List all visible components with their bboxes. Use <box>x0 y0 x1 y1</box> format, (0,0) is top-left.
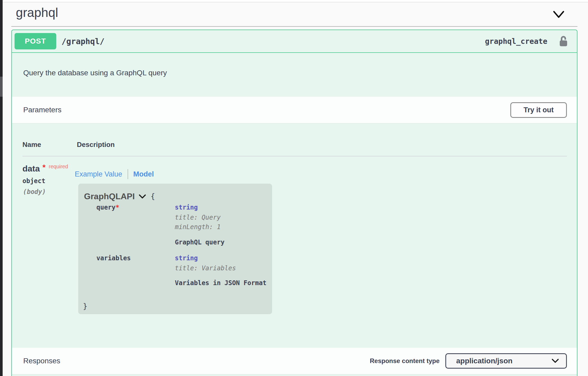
tab-example-value[interactable]: Example Value <box>75 170 122 178</box>
chevron-down-icon <box>552 359 559 363</box>
tab-separator <box>128 169 128 179</box>
tab-model[interactable]: Model <box>133 170 154 178</box>
parameter-type: object <box>22 177 45 185</box>
property-description: GraphQL query <box>175 239 225 246</box>
response-content-type-select[interactable]: application/json <box>445 353 567 369</box>
property-name: query* <box>96 204 119 211</box>
try-it-out-button[interactable]: Try it out <box>510 102 567 118</box>
model-title-row[interactable]: GraphQLAPI { <box>84 192 155 201</box>
scrollbar-thumb[interactable] <box>0 77 3 97</box>
tag-title: graphql <box>16 5 58 20</box>
tag-divider <box>11 26 577 27</box>
selected-content-type: application/json <box>456 357 512 365</box>
chevron-down-icon <box>139 194 146 199</box>
responses-header-bar: Responses Response content type applicat… <box>12 348 577 374</box>
required-label: required <box>49 164 68 169</box>
tag-section-header[interactable]: graphql <box>3 3 588 26</box>
model-example-tabs: Example Value Model <box>75 169 154 179</box>
property-meta: title: Query <box>175 214 221 221</box>
open-brace: { <box>151 192 155 201</box>
property-name: variables <box>96 254 131 262</box>
chevron-down-icon[interactable] <box>553 11 564 18</box>
model-title: GraphQLAPI <box>84 192 135 201</box>
side-panel-edge <box>0 0 3 376</box>
parameters-header-bar: Parameters Try it out <box>12 97 577 123</box>
property-meta: minLength: 1 <box>175 223 221 231</box>
opblock-post-graphql: POST /graphql/ graphql_create Query the … <box>11 30 577 376</box>
parameter-location: (body) <box>23 188 46 196</box>
parameter-name: data*required <box>22 163 68 174</box>
required-star: * <box>115 204 119 211</box>
parameters-table: Name Description data*required object (b… <box>12 123 577 348</box>
close-brace: } <box>83 302 87 311</box>
column-header-name: Name <box>22 141 41 149</box>
operation-path: /graphql/ <box>62 37 105 46</box>
property-meta: title: Variables <box>175 264 236 272</box>
table-header-divider <box>22 156 567 156</box>
operation-summary[interactable]: POST /graphql/ graphql_create <box>12 30 577 53</box>
operation-id: graphql_create <box>485 37 547 46</box>
responses-heading: Responses <box>23 357 60 365</box>
required-star: * <box>43 163 46 171</box>
property-description: Variables in JSON Format <box>175 279 267 287</box>
http-method-badge: POST <box>15 33 56 49</box>
top-border <box>3 0 588 2</box>
parameters-heading: Parameters <box>23 106 62 114</box>
model-schema-box: GraphQLAPI { query* string title: Query … <box>78 184 272 314</box>
property-type: string <box>175 254 198 262</box>
auth-unlocked-icon[interactable] <box>559 35 568 47</box>
property-type: string <box>175 204 198 211</box>
operation-description: Query the database using a GraphQL query <box>12 53 577 97</box>
column-header-description: Description <box>77 141 115 149</box>
response-content-type-label: Response content type <box>370 357 440 365</box>
